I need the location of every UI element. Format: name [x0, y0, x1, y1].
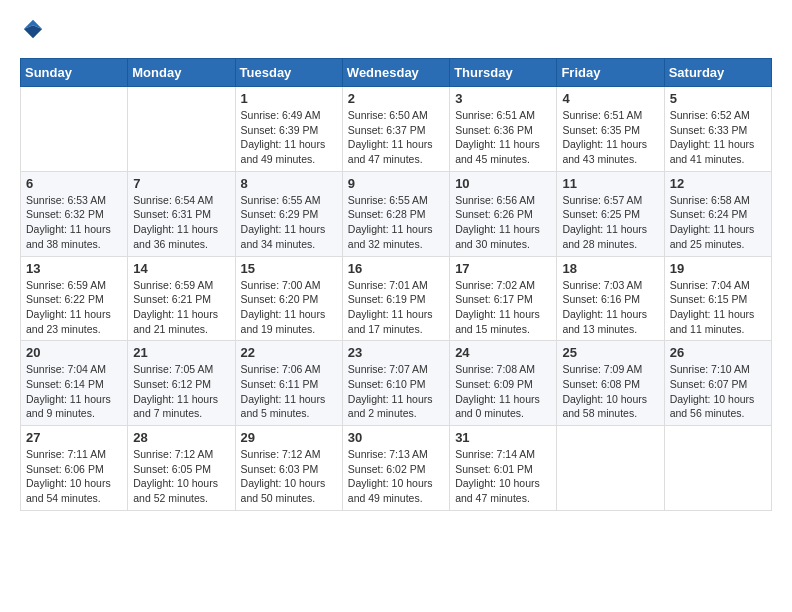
logo	[20, 20, 44, 42]
calendar-cell: 2Sunrise: 6:50 AM Sunset: 6:37 PM Daylig…	[342, 87, 449, 172]
calendar-cell: 8Sunrise: 6:55 AM Sunset: 6:29 PM Daylig…	[235, 171, 342, 256]
day-number: 4	[562, 91, 658, 106]
calendar-week-row: 1Sunrise: 6:49 AM Sunset: 6:39 PM Daylig…	[21, 87, 772, 172]
day-info: Sunrise: 7:07 AM Sunset: 6:10 PM Dayligh…	[348, 362, 444, 421]
calendar-cell: 21Sunrise: 7:05 AM Sunset: 6:12 PM Dayli…	[128, 341, 235, 426]
day-info: Sunrise: 7:08 AM Sunset: 6:09 PM Dayligh…	[455, 362, 551, 421]
day-number: 2	[348, 91, 444, 106]
calendar-cell: 29Sunrise: 7:12 AM Sunset: 6:03 PM Dayli…	[235, 426, 342, 511]
day-info: Sunrise: 7:11 AM Sunset: 6:06 PM Dayligh…	[26, 447, 122, 506]
calendar-cell: 26Sunrise: 7:10 AM Sunset: 6:07 PM Dayli…	[664, 341, 771, 426]
day-info: Sunrise: 6:58 AM Sunset: 6:24 PM Dayligh…	[670, 193, 766, 252]
day-info: Sunrise: 7:10 AM Sunset: 6:07 PM Dayligh…	[670, 362, 766, 421]
calendar-cell: 14Sunrise: 6:59 AM Sunset: 6:21 PM Dayli…	[128, 256, 235, 341]
page-header	[20, 20, 772, 42]
day-of-week-wednesday: Wednesday	[342, 59, 449, 87]
calendar-cell: 3Sunrise: 6:51 AM Sunset: 6:36 PM Daylig…	[450, 87, 557, 172]
day-number: 31	[455, 430, 551, 445]
day-number: 26	[670, 345, 766, 360]
calendar-cell: 11Sunrise: 6:57 AM Sunset: 6:25 PM Dayli…	[557, 171, 664, 256]
calendar-cell: 4Sunrise: 6:51 AM Sunset: 6:35 PM Daylig…	[557, 87, 664, 172]
calendar-cell: 31Sunrise: 7:14 AM Sunset: 6:01 PM Dayli…	[450, 426, 557, 511]
day-number: 23	[348, 345, 444, 360]
day-info: Sunrise: 7:14 AM Sunset: 6:01 PM Dayligh…	[455, 447, 551, 506]
calendar-cell	[21, 87, 128, 172]
calendar-cell: 18Sunrise: 7:03 AM Sunset: 6:16 PM Dayli…	[557, 256, 664, 341]
calendar-cell: 7Sunrise: 6:54 AM Sunset: 6:31 PM Daylig…	[128, 171, 235, 256]
day-info: Sunrise: 6:50 AM Sunset: 6:37 PM Dayligh…	[348, 108, 444, 167]
calendar-cell: 19Sunrise: 7:04 AM Sunset: 6:15 PM Dayli…	[664, 256, 771, 341]
calendar-cell: 22Sunrise: 7:06 AM Sunset: 6:11 PM Dayli…	[235, 341, 342, 426]
calendar-week-row: 20Sunrise: 7:04 AM Sunset: 6:14 PM Dayli…	[21, 341, 772, 426]
day-number: 3	[455, 91, 551, 106]
day-number: 22	[241, 345, 337, 360]
calendar-cell: 27Sunrise: 7:11 AM Sunset: 6:06 PM Dayli…	[21, 426, 128, 511]
day-of-week-friday: Friday	[557, 59, 664, 87]
day-number: 6	[26, 176, 122, 191]
calendar-cell: 15Sunrise: 7:00 AM Sunset: 6:20 PM Dayli…	[235, 256, 342, 341]
day-of-week-monday: Monday	[128, 59, 235, 87]
day-info: Sunrise: 7:09 AM Sunset: 6:08 PM Dayligh…	[562, 362, 658, 421]
day-number: 25	[562, 345, 658, 360]
day-number: 16	[348, 261, 444, 276]
day-info: Sunrise: 6:55 AM Sunset: 6:29 PM Dayligh…	[241, 193, 337, 252]
day-number: 12	[670, 176, 766, 191]
calendar-cell: 10Sunrise: 6:56 AM Sunset: 6:26 PM Dayli…	[450, 171, 557, 256]
day-number: 11	[562, 176, 658, 191]
calendar-cell: 30Sunrise: 7:13 AM Sunset: 6:02 PM Dayli…	[342, 426, 449, 511]
day-number: 28	[133, 430, 229, 445]
logo-icon	[22, 18, 44, 40]
calendar-cell: 1Sunrise: 6:49 AM Sunset: 6:39 PM Daylig…	[235, 87, 342, 172]
calendar-cell	[557, 426, 664, 511]
day-of-week-saturday: Saturday	[664, 59, 771, 87]
calendar-cell: 24Sunrise: 7:08 AM Sunset: 6:09 PM Dayli…	[450, 341, 557, 426]
day-info: Sunrise: 6:59 AM Sunset: 6:21 PM Dayligh…	[133, 278, 229, 337]
day-number: 9	[348, 176, 444, 191]
day-number: 18	[562, 261, 658, 276]
calendar-cell: 25Sunrise: 7:09 AM Sunset: 6:08 PM Dayli…	[557, 341, 664, 426]
calendar-cell	[128, 87, 235, 172]
day-of-week-sunday: Sunday	[21, 59, 128, 87]
day-info: Sunrise: 7:04 AM Sunset: 6:14 PM Dayligh…	[26, 362, 122, 421]
calendar-table: SundayMondayTuesdayWednesdayThursdayFrid…	[20, 58, 772, 511]
day-info: Sunrise: 6:59 AM Sunset: 6:22 PM Dayligh…	[26, 278, 122, 337]
day-info: Sunrise: 7:02 AM Sunset: 6:17 PM Dayligh…	[455, 278, 551, 337]
day-number: 19	[670, 261, 766, 276]
day-number: 27	[26, 430, 122, 445]
day-number: 29	[241, 430, 337, 445]
day-info: Sunrise: 7:12 AM Sunset: 6:03 PM Dayligh…	[241, 447, 337, 506]
calendar-cell: 16Sunrise: 7:01 AM Sunset: 6:19 PM Dayli…	[342, 256, 449, 341]
calendar-cell	[664, 426, 771, 511]
day-number: 1	[241, 91, 337, 106]
calendar-cell: 20Sunrise: 7:04 AM Sunset: 6:14 PM Dayli…	[21, 341, 128, 426]
day-info: Sunrise: 7:04 AM Sunset: 6:15 PM Dayligh…	[670, 278, 766, 337]
day-info: Sunrise: 7:03 AM Sunset: 6:16 PM Dayligh…	[562, 278, 658, 337]
day-info: Sunrise: 6:52 AM Sunset: 6:33 PM Dayligh…	[670, 108, 766, 167]
day-info: Sunrise: 6:54 AM Sunset: 6:31 PM Dayligh…	[133, 193, 229, 252]
day-info: Sunrise: 7:01 AM Sunset: 6:19 PM Dayligh…	[348, 278, 444, 337]
day-info: Sunrise: 6:51 AM Sunset: 6:35 PM Dayligh…	[562, 108, 658, 167]
day-info: Sunrise: 6:53 AM Sunset: 6:32 PM Dayligh…	[26, 193, 122, 252]
calendar-week-row: 27Sunrise: 7:11 AM Sunset: 6:06 PM Dayli…	[21, 426, 772, 511]
calendar-cell: 12Sunrise: 6:58 AM Sunset: 6:24 PM Dayli…	[664, 171, 771, 256]
day-number: 13	[26, 261, 122, 276]
day-number: 30	[348, 430, 444, 445]
day-number: 17	[455, 261, 551, 276]
day-info: Sunrise: 6:57 AM Sunset: 6:25 PM Dayligh…	[562, 193, 658, 252]
day-info: Sunrise: 6:55 AM Sunset: 6:28 PM Dayligh…	[348, 193, 444, 252]
calendar-cell: 17Sunrise: 7:02 AM Sunset: 6:17 PM Dayli…	[450, 256, 557, 341]
day-number: 20	[26, 345, 122, 360]
calendar-week-row: 13Sunrise: 6:59 AM Sunset: 6:22 PM Dayli…	[21, 256, 772, 341]
day-info: Sunrise: 7:12 AM Sunset: 6:05 PM Dayligh…	[133, 447, 229, 506]
calendar-cell: 28Sunrise: 7:12 AM Sunset: 6:05 PM Dayli…	[128, 426, 235, 511]
day-info: Sunrise: 7:13 AM Sunset: 6:02 PM Dayligh…	[348, 447, 444, 506]
day-number: 5	[670, 91, 766, 106]
day-of-week-tuesday: Tuesday	[235, 59, 342, 87]
day-info: Sunrise: 7:06 AM Sunset: 6:11 PM Dayligh…	[241, 362, 337, 421]
day-of-week-thursday: Thursday	[450, 59, 557, 87]
day-number: 24	[455, 345, 551, 360]
day-number: 7	[133, 176, 229, 191]
calendar-cell: 9Sunrise: 6:55 AM Sunset: 6:28 PM Daylig…	[342, 171, 449, 256]
calendar-cell: 13Sunrise: 6:59 AM Sunset: 6:22 PM Dayli…	[21, 256, 128, 341]
day-info: Sunrise: 6:49 AM Sunset: 6:39 PM Dayligh…	[241, 108, 337, 167]
